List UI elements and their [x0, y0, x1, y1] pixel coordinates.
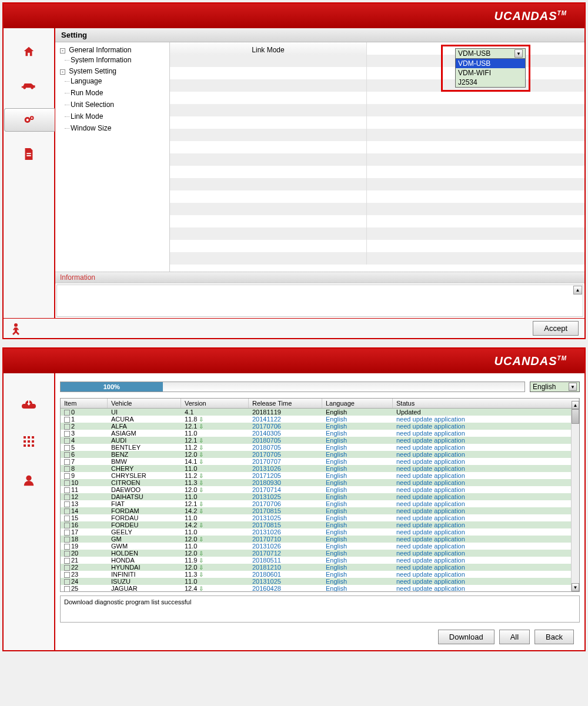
dropdown-option[interactable]: VDM-WIFI: [456, 68, 525, 78]
checkbox[interactable]: [64, 438, 70, 444]
chevron-down-icon[interactable]: ▼: [569, 383, 577, 391]
table-row[interactable]: 9CHRYSLER11.2 ⇩20171205Englishneed updat…: [61, 472, 579, 479]
checkbox[interactable]: [64, 424, 70, 430]
table-row[interactable]: 8CHERY11.020131026Englishneed update app…: [61, 465, 579, 472]
col-vehicle[interactable]: Vehicle: [108, 399, 181, 408]
table-row[interactable]: 19GWM11.020131026Englishneed update appl…: [61, 543, 579, 550]
table-row[interactable]: 7BMW14.1 ⇩20170707Englishneed update app…: [61, 458, 579, 465]
table-row[interactable]: 24ISUZU11.020131025Englishneed update ap…: [61, 578, 579, 585]
checkbox[interactable]: [64, 530, 70, 536]
col-lang[interactable]: Language: [322, 399, 393, 408]
tree-toggle-icon[interactable]: -: [60, 48, 65, 53]
detail-header-label: Link Mode: [170, 42, 367, 55]
table-row[interactable]: 21HONDA11.9 ⇩20180511Englishneed update …: [61, 557, 579, 564]
table-row[interactable]: 4AUDI12.1 ⇩20180705Englishneed update ap…: [61, 437, 579, 444]
checkbox[interactable]: [64, 586, 70, 592]
checkbox[interactable]: [64, 459, 70, 465]
language-select[interactable]: English ▼: [530, 382, 580, 392]
sidebar-settings[interactable]: [4, 108, 55, 132]
scroll-up-icon[interactable]: ▲: [573, 286, 582, 295]
checkbox[interactable]: [64, 410, 70, 416]
svg-rect-4: [24, 436, 26, 439]
sidebar-report[interactable]: [4, 142, 54, 166]
checkbox[interactable]: [64, 565, 70, 571]
table-row[interactable]: 17GEELY11.020131026Englishneed update ap…: [61, 528, 579, 536]
table-row[interactable]: 25JAGUAR12.4 ⇩20160428Englishneed update…: [61, 585, 579, 592]
checkbox[interactable]: [64, 551, 70, 557]
sidebar-apps[interactable]: [4, 430, 54, 453]
sidebar-home[interactable]: [4, 40, 54, 63]
accept-button[interactable]: Accept: [533, 321, 579, 336]
scroll-down-icon[interactable]: ▼: [572, 583, 579, 591]
table-row[interactable]: 12DAIHATSU11.020131025Englishneed update…: [61, 493, 579, 500]
table-row[interactable]: 0UI4.120181119EnglishUpdated: [61, 409, 579, 416]
tree-general-info[interactable]: General Information: [69, 46, 131, 54]
checkbox[interactable]: [64, 508, 70, 514]
checkbox[interactable]: [64, 480, 70, 486]
col-item[interactable]: Item: [61, 399, 108, 408]
checkbox[interactable]: [64, 417, 70, 423]
checkbox[interactable]: [64, 558, 70, 564]
checkbox[interactable]: [64, 544, 70, 550]
info-title: Information: [55, 272, 584, 283]
tree-unit-selection[interactable]: Unit Selection: [60, 99, 165, 111]
table-row[interactable]: 6BENZ12.0 ⇩20170705Englishneed update ap…: [61, 451, 579, 458]
checkbox[interactable]: [64, 516, 70, 521]
table-row[interactable]: 16FORDEU14.2 ⇩20170815Englishneed update…: [61, 521, 579, 528]
exit-icon[interactable]: [9, 322, 24, 336]
table-row[interactable]: 11DAEWOO12.0 ⇩20170714Englishneed update…: [61, 486, 579, 493]
col-version[interactable]: Version: [181, 399, 249, 408]
tree-link-mode[interactable]: Link Mode: [60, 111, 165, 122]
scrollbar[interactable]: ▲ ▼: [571, 409, 579, 591]
header: UCANDASTM: [4, 349, 584, 373]
checkbox[interactable]: [64, 487, 70, 493]
checkbox[interactable]: [64, 452, 70, 458]
tree-run-mode[interactable]: Run Mode: [60, 87, 165, 99]
col-status[interactable]: Status: [393, 399, 579, 408]
scroll-thumb[interactable]: [572, 409, 579, 424]
brand-logo: UCANDASTM: [495, 354, 567, 368]
sidebar-download[interactable]: [4, 391, 54, 414]
table-row[interactable]: 13FIAT12.1 ⇩20170706Englishneed update a…: [61, 500, 579, 507]
checkbox[interactable]: [64, 579, 70, 585]
checkbox[interactable]: [64, 501, 70, 507]
link-mode-dropdown[interactable]: VDM-USB▼ VDM-USB VDM-WIFI J2534: [455, 48, 526, 88]
tree-system-information[interactable]: System Information: [60, 54, 165, 66]
all-button[interactable]: All: [499, 630, 530, 644]
tree-window-size[interactable]: Window Size: [60, 122, 165, 134]
checkbox[interactable]: [64, 473, 70, 479]
tree-language[interactable]: Language: [60, 75, 165, 87]
checkbox[interactable]: [64, 494, 70, 500]
table-row[interactable]: 23INFINITI11.3 ⇩20180601Englishneed upda…: [61, 571, 579, 578]
sidebar-user[interactable]: [4, 469, 54, 492]
tree-system-setting[interactable]: System Setting: [69, 67, 116, 75]
scroll-up-icon[interactable]: ▲: [572, 401, 579, 409]
checkbox[interactable]: [64, 523, 70, 528]
table-row[interactable]: 22HYUNDAI12.0 ⇩20181210Englishneed updat…: [61, 564, 579, 571]
checkbox[interactable]: [64, 572, 70, 578]
dropdown-option[interactable]: VDM-USB: [456, 59, 525, 68]
dropdown-option[interactable]: J2534: [456, 78, 525, 87]
table-row[interactable]: 2ALFA12.1 ⇩20170706Englishneed update ap…: [61, 423, 579, 430]
download-icon: ⇩: [199, 550, 206, 557]
sidebar-vehicle[interactable]: [4, 74, 54, 98]
table-row[interactable]: 5BENTLEY11.2 ⇩20180705Englishneed update…: [61, 444, 579, 451]
table-row[interactable]: 14FORDAM14.2 ⇩20170815Englishneed update…: [61, 507, 579, 514]
table-row[interactable]: 3ASIAGM11.020140305Englishneed update ap…: [61, 430, 579, 437]
col-release[interactable]: Release Time: [249, 399, 322, 408]
vehicle-table: Item Vehicle Version Release Time Langua…: [60, 398, 580, 592]
tree-toggle-icon[interactable]: -: [60, 69, 65, 75]
chevron-down-icon[interactable]: ▼: [514, 49, 523, 58]
table-row[interactable]: 1ACURA11.8 ⇩20141122Englishneed update a…: [61, 416, 579, 423]
table-row[interactable]: 18GM12.0 ⇩20170710Englishneed update app…: [61, 536, 579, 543]
back-button[interactable]: Back: [534, 630, 574, 644]
download-icon: ⇩: [199, 522, 206, 528]
table-row[interactable]: 20HOLDEN12.0 ⇩20170712Englishneed update…: [61, 550, 579, 557]
table-row[interactable]: 15FORDAU11.020131025Englishneed update a…: [61, 514, 579, 521]
table-row[interactable]: 10CITROEN11.3 ⇩20180930Englishneed updat…: [61, 479, 579, 486]
checkbox[interactable]: [64, 466, 70, 472]
checkbox[interactable]: [64, 537, 70, 543]
checkbox[interactable]: [64, 431, 70, 437]
download-button[interactable]: Download: [438, 630, 495, 644]
checkbox[interactable]: [64, 445, 70, 451]
